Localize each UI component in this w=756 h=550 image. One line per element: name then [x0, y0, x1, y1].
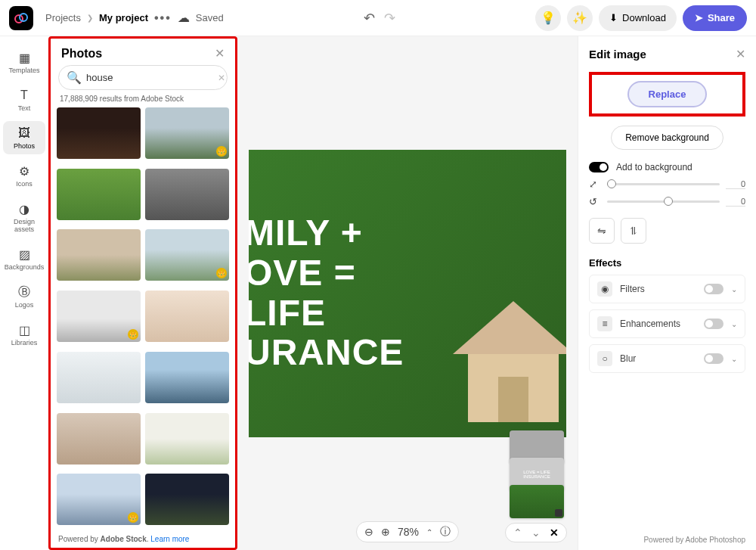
replace-button[interactable]: Replace — [627, 81, 708, 107]
premium-badge-icon: 👑 — [216, 146, 227, 157]
icons-icon: ⚙ — [17, 163, 32, 179]
layer-close-button[interactable]: ✕ — [550, 527, 559, 539]
hint-button[interactable]: 💡 — [535, 5, 561, 31]
photo-thumbnail[interactable]: 👑 — [145, 229, 229, 281]
logos-icon: Ⓑ — [17, 284, 32, 300]
chevron-down-icon: ⌄ — [731, 320, 737, 328]
cloud-icon: ☁ — [178, 11, 190, 25]
results-count: 17,888,909 results from Adobe Stock — [51, 95, 235, 107]
flip-vertical-button[interactable]: ⥮ — [621, 218, 646, 244]
share-button[interactable]: ➤ Share — [683, 5, 747, 31]
layer-card[interactable] — [510, 485, 564, 518]
photo-thumbnail[interactable] — [57, 229, 141, 281]
add-to-background-label: Add to background — [616, 162, 692, 172]
download-icon: ⬇ — [609, 12, 618, 23]
enhancements-label: Enhancements — [620, 319, 696, 329]
photo-thumbnail[interactable]: 👑 — [57, 474, 141, 525]
info-icon[interactable]: ⓘ — [440, 525, 451, 539]
layer-up-button[interactable]: ⌃ — [513, 527, 522, 539]
rail-text[interactable]: TText — [3, 83, 45, 117]
photo-thumbnail[interactable] — [57, 413, 141, 465]
sparkle-icon: ✨ — [572, 11, 587, 25]
rail-design-assets[interactable]: ◑Design assets — [3, 197, 45, 238]
zoom-in-button[interactable]: ⊕ — [381, 526, 390, 538]
rail-icons[interactable]: ⚙Icons — [3, 159, 45, 192]
enhancements-row[interactable]: ≡ Enhancements ⌄ — [589, 309, 745, 338]
svg-point-0 — [15, 15, 23, 23]
backgrounds-icon: ▨ — [17, 247, 32, 262]
app-logo[interactable] — [9, 6, 33, 30]
rail-libraries[interactable]: ◫Libraries — [3, 318, 45, 351]
rail-icons-label: Icons — [16, 180, 33, 188]
breadcrumb-projects[interactable]: Projects — [45, 12, 81, 23]
redo-button[interactable]: ↷ — [384, 10, 395, 26]
enhancements-toggle[interactable] — [704, 319, 723, 329]
search-box[interactable]: 🔍 ✕ — [58, 65, 228, 90]
replace-highlight: Replace — [589, 72, 745, 117]
photo-grid: 👑 👑 👑 👑 — [51, 107, 235, 530]
photo-thumbnail[interactable] — [145, 474, 229, 525]
layer-down-button[interactable]: ⌄ — [531, 527, 541, 539]
scale-value[interactable]: 0 — [726, 179, 745, 189]
filters-toggle[interactable] — [704, 284, 723, 294]
photo-thumbnail[interactable] — [145, 169, 229, 220]
clear-search-icon[interactable]: ✕ — [218, 73, 225, 83]
rail-photos[interactable]: 🖼Photos — [3, 121, 45, 154]
rail-backgrounds-label: Backgrounds — [5, 263, 45, 271]
rotate-slider[interactable] — [607, 200, 720, 203]
photo-thumbnail[interactable] — [57, 107, 141, 159]
canvas[interactable]: MILY + OVE = LIFE URANCE — [249, 150, 566, 437]
enhancements-icon: ≡ — [597, 316, 612, 331]
rotate-value[interactable]: 0 — [726, 197, 745, 207]
photo-thumbnail[interactable] — [57, 352, 141, 403]
learn-more-link[interactable]: Learn more — [150, 535, 189, 543]
filters-label: Filters — [620, 284, 696, 294]
rail-templates-label: Templates — [8, 67, 39, 74]
search-input[interactable] — [86, 72, 213, 83]
rail-libraries-label: Libraries — [11, 339, 38, 346]
settings-button[interactable]: ✨ — [567, 5, 593, 31]
rail-templates[interactable]: ▦Templates — [3, 45, 45, 79]
close-icon[interactable]: ✕ — [736, 47, 745, 61]
photo-thumbnail[interactable]: 👑 — [145, 107, 229, 159]
rail-logos[interactable]: ⒷLogos — [3, 280, 45, 313]
breadcrumb: Projects ❯ My project — [45, 12, 148, 23]
flip-horizontal-button[interactable]: ⇋ — [589, 218, 615, 244]
libraries-icon: ◫ — [17, 322, 32, 337]
edit-image-panel: Edit image ✕ Replace Remove background A… — [578, 36, 756, 550]
zoom-value[interactable]: 78% — [398, 526, 419, 538]
photos-panel-footer: Powered by Adobe Stock. Learn more — [51, 530, 235, 548]
chevron-right-icon: ❯ — [87, 14, 93, 22]
close-icon[interactable]: ✕ — [215, 46, 225, 61]
flip-v-icon: ⥮ — [629, 225, 638, 237]
more-menu[interactable]: ••• — [154, 11, 172, 25]
add-to-background-row: Add to background — [589, 162, 745, 172]
premium-badge-icon: 👑 — [128, 329, 138, 340]
footer-brand: Adobe Stock — [101, 535, 147, 543]
svg-marker-2 — [453, 301, 566, 354]
download-button[interactable]: ⬇ Download — [599, 5, 677, 31]
undo-button[interactable]: ↶ — [364, 10, 375, 26]
scale-slider[interactable] — [607, 183, 720, 185]
blur-toggle[interactable] — [704, 353, 723, 364]
photo-thumbnail[interactable] — [145, 352, 229, 403]
photo-thumbnail[interactable] — [57, 169, 141, 220]
zoom-menu-chevron[interactable]: ⌃ — [426, 528, 432, 536]
creative-cloud-icon — [14, 11, 29, 26]
footer-prefix: Powered by — [58, 535, 101, 543]
rail-backgrounds[interactable]: ▨Backgrounds — [3, 242, 45, 275]
photo-thumbnail[interactable] — [145, 291, 229, 342]
photo-thumbnail[interactable] — [145, 413, 229, 465]
add-to-background-toggle[interactable] — [589, 162, 609, 172]
photo-thumbnail[interactable]: 👑 — [57, 291, 141, 342]
remove-background-button[interactable]: Remove background — [611, 126, 723, 150]
blur-label: Blur — [620, 353, 696, 364]
zoom-out-button[interactable]: ⊖ — [364, 526, 373, 538]
filters-row[interactable]: ◉ Filters ⌄ — [589, 275, 745, 303]
breadcrumb-project-name[interactable]: My project — [99, 12, 148, 23]
text-icon: T — [17, 88, 32, 103]
scale-slider-row: ⤢ 0 — [589, 179, 745, 190]
canvas-text-line: OVE = — [249, 253, 404, 294]
blur-row[interactable]: ○ Blur ⌄ — [589, 344, 745, 373]
canvas-text-line: LIFE — [249, 294, 404, 334]
